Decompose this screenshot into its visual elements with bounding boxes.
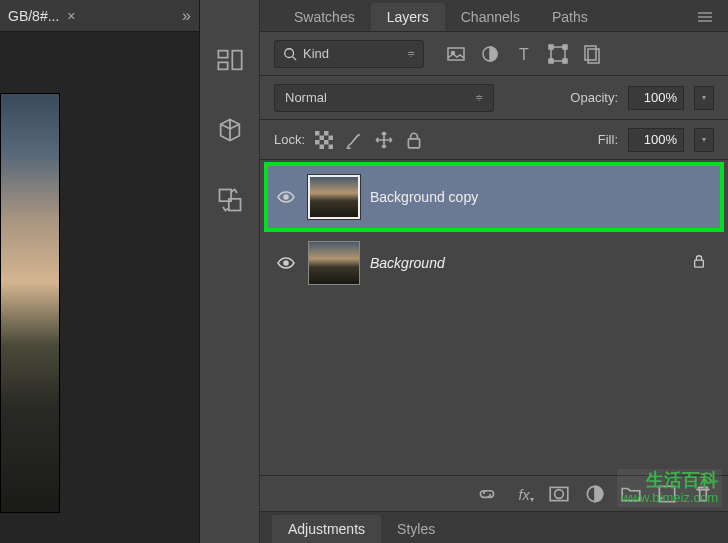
kind-filter-select[interactable]: Kind ≑ (274, 40, 424, 68)
document-tab[interactable]: GB/8#... × (8, 8, 76, 24)
svg-rect-28 (329, 144, 334, 149)
layer-thumbnail[interactable] (308, 175, 360, 219)
layers-panel: Swatches Layers Channels Paths Kind ≑ T … (260, 0, 728, 543)
svg-rect-20 (588, 49, 599, 63)
swap-panel-icon[interactable] (210, 180, 250, 220)
svg-rect-0 (218, 51, 227, 58)
svg-rect-16 (563, 45, 567, 49)
svg-rect-26 (324, 140, 329, 145)
filter-adjustment-icon[interactable] (480, 44, 500, 64)
tab-styles[interactable]: Styles (381, 515, 451, 543)
close-icon[interactable]: × (67, 8, 75, 24)
svg-point-36 (555, 489, 564, 498)
lock-all-icon[interactable] (405, 131, 423, 149)
blend-mode-value: Normal (285, 90, 327, 105)
visibility-eye-icon[interactable] (274, 191, 298, 203)
sub-panel-tabs: Adjustments Styles (260, 511, 728, 543)
svg-rect-32 (695, 260, 704, 267)
tab-paths[interactable]: Paths (536, 3, 604, 31)
svg-rect-15 (549, 45, 553, 49)
layer-name-label[interactable]: Background (370, 255, 445, 271)
svg-rect-22 (324, 131, 329, 136)
svg-rect-21 (315, 131, 320, 136)
svg-rect-29 (408, 138, 419, 147)
chevron-updown-icon: ≑ (475, 92, 483, 103)
svg-rect-2 (232, 51, 241, 70)
tab-swatches[interactable]: Swatches (278, 3, 371, 31)
panel-menu-icon[interactable] (694, 5, 718, 31)
expand-tabs-icon[interactable]: » (182, 7, 191, 25)
tab-layers[interactable]: Layers (371, 3, 445, 31)
document-image (0, 93, 60, 513)
tab-adjustments[interactable]: Adjustments (272, 515, 381, 543)
document-tab-label: GB/8#... (8, 8, 59, 24)
lock-transparency-icon[interactable] (315, 131, 333, 149)
svg-rect-18 (563, 59, 567, 63)
layer-row[interactable]: Background (268, 232, 720, 294)
layer-name-label[interactable]: Background copy (370, 189, 478, 205)
svg-rect-1 (218, 62, 227, 69)
link-layers-icon[interactable] (476, 483, 498, 505)
fill-label: Fill: (598, 132, 618, 147)
layer-mask-icon[interactable] (548, 483, 570, 505)
layer-effects-icon[interactable]: fx▾ (512, 483, 534, 505)
svg-rect-23 (320, 135, 325, 140)
watermark-url: www.bimeiz.com (621, 491, 718, 505)
filter-smart-icon[interactable] (582, 44, 602, 64)
layers-list: Background copy Background (260, 160, 728, 475)
lock-paint-icon[interactable] (345, 131, 363, 149)
watermark: 生活百科 www.bimeiz.com (617, 469, 722, 507)
svg-point-8 (285, 48, 294, 57)
svg-rect-17 (549, 59, 553, 63)
svg-rect-19 (585, 46, 596, 60)
blend-row: Normal ≑ Opacity: 100% ▾ (260, 76, 728, 120)
canvas[interactable] (0, 32, 199, 543)
svg-rect-25 (315, 140, 320, 145)
layer-row[interactable]: Background copy (268, 166, 720, 228)
svg-rect-27 (320, 144, 325, 149)
filter-pixel-icon[interactable] (446, 44, 466, 64)
document-tab-bar: GB/8#... × » (0, 0, 199, 32)
filter-type-icon[interactable]: T (514, 44, 534, 64)
blend-mode-select[interactable]: Normal ≑ (274, 84, 494, 112)
lock-icon (692, 254, 706, 272)
kind-filter-label: Kind (303, 46, 329, 61)
new-adjustment-layer-icon[interactable] (584, 483, 606, 505)
tab-channels[interactable]: Channels (445, 3, 536, 31)
svg-text:T: T (519, 46, 529, 63)
lock-position-icon[interactable] (375, 131, 393, 149)
fill-input[interactable]: 100% (628, 128, 684, 152)
visibility-eye-icon[interactable] (274, 257, 298, 269)
arrange-panel-icon[interactable] (210, 40, 250, 80)
lock-icons (315, 131, 423, 149)
svg-point-31 (284, 261, 288, 265)
filter-icons: T (434, 44, 714, 64)
svg-text:▾: ▾ (530, 494, 534, 503)
filter-shape-icon[interactable] (548, 44, 568, 64)
svg-line-9 (293, 56, 297, 60)
chevron-updown-icon: ≑ (407, 48, 415, 59)
opacity-dropdown-icon[interactable]: ▾ (694, 86, 714, 110)
fill-dropdown-icon[interactable]: ▾ (694, 128, 714, 152)
svg-point-30 (284, 195, 288, 199)
opacity-label: Opacity: (570, 90, 618, 105)
filter-row: Kind ≑ T (260, 32, 728, 76)
layer-thumbnail[interactable] (308, 241, 360, 285)
lock-row: Lock: Fill: 100% ▾ (260, 120, 728, 160)
panel-tabs: Swatches Layers Channels Paths (260, 0, 728, 32)
tool-strip (200, 0, 260, 543)
opacity-input[interactable]: 100% (628, 86, 684, 110)
3d-panel-icon[interactable] (210, 110, 250, 150)
svg-rect-10 (448, 48, 464, 60)
svg-rect-24 (329, 135, 334, 140)
lock-label: Lock: (274, 132, 305, 147)
document-area: GB/8#... × » (0, 0, 200, 543)
watermark-brand: 生活百科 (621, 471, 718, 491)
